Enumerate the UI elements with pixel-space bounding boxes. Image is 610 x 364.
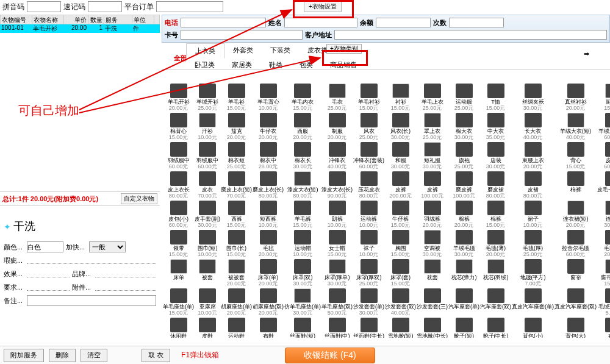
clothing-item[interactable]: 西裤15.00元 (221, 200, 252, 229)
tab-bottom[interactable]: 下装类 (262, 43, 299, 57)
clothing-item[interactable]: 连衣裙30.00元 (597, 200, 610, 229)
clothing-item[interactable]: 羊毛衫15.00元 (221, 83, 252, 112)
clothing-item[interactable]: 羊绒大衣(长)60.00元 (597, 112, 610, 141)
tabs-scroll-right-icon[interactable]: ➡ (575, 48, 598, 60)
clothing-item[interactable]: 棉背心15.00元 (163, 112, 194, 141)
delete-button[interactable]: 删除 (49, 349, 76, 362)
clothing-item[interactable]: 床罩(厚双)25.00元 (353, 259, 384, 287)
clothing-item[interactable]: 风衣(长)30.00元 (385, 112, 416, 141)
clothing-item[interactable]: 皮鞋20.00元 (195, 317, 220, 338)
clothing-item[interactable]: 背包(大) (554, 317, 597, 338)
clothing-item[interactable]: 棉衣中28.00元 (253, 141, 284, 170)
clothing-item[interactable]: 皮上衣长80.00元 (163, 171, 194, 199)
clothing-item[interactable]: 丝面鞋(中) (321, 317, 353, 338)
clothing-item[interactable]: 布鞋 (253, 317, 284, 338)
clothing-item[interactable]: 羊毛衬衫15.00元 (353, 83, 384, 112)
clothing-item[interactable]: 枕套 (417, 259, 448, 287)
clothing-item[interactable]: 汗衫10.00元 (195, 112, 220, 141)
clothing-item[interactable]: 棉裤15.00元 (480, 200, 511, 229)
clothing-item[interactable]: 长大衣40.00元 (512, 112, 554, 141)
clothing-item[interactable]: 棉衣长30.00元 (284, 141, 321, 170)
clothing-item[interactable]: 汽车座套(双) (480, 288, 511, 316)
checkout-button[interactable]: 收银结账 (F4) (285, 348, 375, 363)
clothing-item[interactable]: 衬衫15.00元 (385, 83, 416, 112)
clothing-item[interactable]: 背包(小) (512, 317, 554, 338)
clothing-item[interactable]: 羊毛背心10.00元 (253, 83, 284, 112)
clothing-item[interactable]: 羊绒开衫25.00元 (195, 83, 220, 112)
card-input[interactable] (181, 30, 303, 40)
clothing-item[interactable]: 磨皮上衣(短)70.00元 (221, 171, 252, 199)
clothing-item[interactable]: 棉裤20.00元 (448, 200, 479, 229)
clothing-item[interactable]: 牛仔裤15.00元 (385, 200, 416, 229)
clothing-item[interactable]: 漆皮大衣(长)90.00元 (321, 171, 353, 199)
clothing-item[interactable]: 床罩(单)20.00元 (253, 259, 284, 287)
clothing-item[interactable]: 羊毛座垫(单)15.00元 (163, 288, 194, 316)
clothing-item[interactable]: 毛衣25.00元 (321, 83, 353, 112)
tab-tops[interactable]: 上衣类 (186, 43, 224, 59)
clothing-item[interactable]: 背心15.00元 (554, 141, 597, 170)
clothing-item[interactable]: 羊毛开衫20.00元 (163, 83, 194, 112)
clothing-item[interactable]: 丝面鞋(中长) (353, 317, 384, 338)
clothing-item[interactable]: 沙发套套(双)40.00元 (385, 288, 416, 316)
clothing-item[interactable]: 运动鞋 (221, 317, 252, 338)
clothing-item[interactable]: 风衣25.00元 (353, 112, 384, 141)
clothing-item[interactable]: 羊绒毛毯30.00元 (448, 229, 479, 258)
clothing-item[interactable]: 地毯(平方)7.00元 (512, 259, 554, 287)
clothing-item[interactable]: 棉大衣30.00元 (448, 112, 479, 141)
clothing-item[interactable]: 雪地靴(短) (385, 317, 416, 338)
clothing-item[interactable]: 毛毡20.00元 (253, 229, 284, 258)
clothing-item[interactable]: 仿羊毛座垫(单)30.00元 (284, 288, 321, 316)
clothing-item[interactable]: 唐装30.00元 (480, 141, 511, 170)
clothing-item[interactable]: 旗袍25.00元 (448, 141, 479, 170)
clothing-item[interactable]: 西服20.00元 (284, 112, 321, 141)
clothing-item[interactable]: 短西裤10.00元 (253, 200, 284, 229)
tab-bags[interactable]: 包类 (291, 58, 321, 72)
clothing-item[interactable]: 磨皮上衣(长)80.00元 (253, 171, 284, 199)
count-input[interactable] (449, 18, 504, 27)
clothing-item[interactable]: 厨工衣15.00元 (597, 83, 610, 112)
clothing-item[interactable]: 裙子10.00元 (512, 200, 554, 229)
clothing-item[interactable]: 运动裤10.00元 (353, 200, 384, 229)
tab-outer[interactable]: 外套类 (224, 43, 262, 57)
clothing-item[interactable]: 布包 (597, 317, 610, 338)
clothing-item[interactable]: 冲锋衣(套装)60.00元 (353, 141, 384, 170)
clothing-item[interactable]: 沙发套套(三) (417, 288, 448, 316)
clothing-item[interactable]: 围巾(长)15.00元 (221, 229, 252, 258)
clothing-item[interactable]: 床单 (163, 259, 194, 287)
clothing-item[interactable]: 磨皮裤100.00元 (448, 171, 479, 199)
tab-goods[interactable]: 商品销售 (321, 58, 365, 72)
clothing-item[interactable]: 毛毯(双)20.00元 (597, 229, 610, 258)
clothing-settings-button[interactable]: +衣物设置 (304, 1, 342, 12)
clothing-item[interactable]: 压花皮衣80.00元 (353, 171, 384, 199)
tab-home[interactable]: 家居类 (223, 58, 260, 72)
clothing-item[interactable]: 胸围15.00元 (385, 229, 416, 258)
clothing-item[interactable]: 丝绸夹袄30.00元 (512, 83, 554, 112)
clothing-item[interactable]: 皮坎肩60.00元 (597, 141, 610, 170)
clothing-item[interactable]: 连衣裙(短)20.00元 (554, 200, 597, 229)
pinyin-input[interactable] (27, 1, 61, 12)
clothing-item[interactable]: 皮包(小)60.00元 (163, 200, 194, 229)
order-table-row[interactable]: 1001-01 羊毛开衫 20.00 1 干洗 件 (0, 24, 160, 33)
clothing-item[interactable]: 休闲鞋20.00元 (163, 317, 194, 338)
tel-input[interactable] (181, 18, 266, 27)
clothing-item[interactable]: 中大衣35.00元 (480, 112, 511, 141)
clothing-item[interactable]: 汽车座套(单) (448, 288, 479, 316)
clothing-item[interactable]: 皮毛一体外套 (597, 171, 610, 199)
clothing-item[interactable]: 袜子10.00元 (353, 229, 384, 258)
clothing-item[interactable]: 运动帽10.00元 (284, 229, 321, 258)
clothing-item[interactable]: 真丝衬衫20.00元 (554, 83, 597, 112)
clothing-item[interactable]: 运动服25.00元 (448, 83, 479, 112)
clothing-item[interactable]: 女士帽15.00元 (321, 229, 353, 258)
clothing-item[interactable]: 围巾(短)10.00元 (195, 229, 220, 258)
pingtai-input[interactable] (156, 1, 223, 12)
quick-select[interactable]: 一般 (89, 241, 126, 252)
suji-input[interactable] (88, 1, 122, 12)
clothing-item[interactable]: 羊毛座垫(双)50.00元 (321, 288, 353, 316)
clothing-item[interactable]: 窗帘 (554, 259, 597, 287)
clothing-item[interactable]: 漆皮大衣(短)80.00元 (284, 171, 321, 199)
clothing-item[interactable]: 茄克20.00元 (221, 112, 252, 141)
clothing-item[interactable]: 毛毯(薄)20.00元 (480, 229, 511, 258)
addr-input[interactable] (334, 30, 607, 40)
clothing-item[interactable]: 真皮汽车座套(单) (512, 288, 554, 316)
clothing-item[interactable]: 柿裤 (554, 171, 597, 199)
